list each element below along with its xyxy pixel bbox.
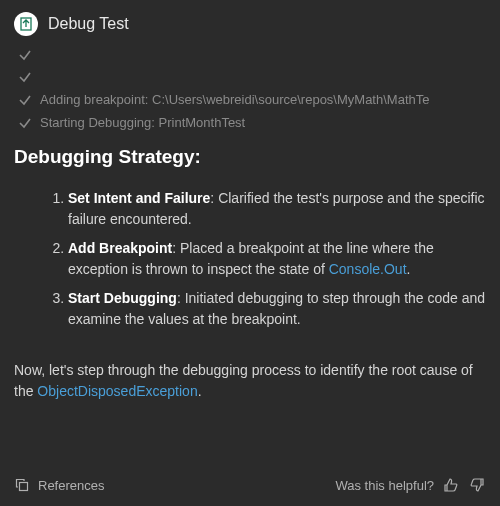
list-item: Start Debugging: Initiated debugging to … bbox=[68, 288, 486, 330]
copy-icon bbox=[14, 477, 30, 493]
check-icon bbox=[18, 93, 32, 107]
progress-item bbox=[18, 48, 486, 62]
check-icon bbox=[18, 70, 32, 84]
debug-test-icon bbox=[14, 12, 38, 36]
step-title: Set Intent and Failure bbox=[68, 190, 210, 206]
progress-list: Adding breakpoint: C:\Users\webreidi\sou… bbox=[18, 48, 486, 130]
list-item: Add Breakpoint: Placed a breakpoint at t… bbox=[68, 238, 486, 280]
helpful-prompt: Was this helpful? bbox=[335, 478, 434, 493]
thumbs-down-button[interactable] bbox=[468, 476, 486, 494]
progress-label: Adding breakpoint: C:\Users\webreidi\sou… bbox=[40, 92, 429, 107]
followup-text: Now, let's step through the debugging pr… bbox=[14, 360, 486, 402]
code-link[interactable]: ObjectDisposedException bbox=[37, 383, 197, 399]
step-desc-after: . bbox=[407, 261, 411, 277]
check-icon bbox=[18, 48, 32, 62]
thumbs-up-button[interactable] bbox=[442, 476, 460, 494]
svg-rect-1 bbox=[20, 483, 28, 491]
check-icon bbox=[18, 116, 32, 130]
strategy-list: Set Intent and Failure: Clarified the te… bbox=[14, 188, 486, 338]
followup-after: . bbox=[198, 383, 202, 399]
references-label: References bbox=[38, 478, 104, 493]
panel-header: Debug Test bbox=[14, 12, 486, 36]
code-link[interactable]: Console.Out bbox=[329, 261, 407, 277]
list-item: Set Intent and Failure: Clarified the te… bbox=[68, 188, 486, 230]
progress-label: Starting Debugging: PrintMonthTest bbox=[40, 115, 245, 130]
step-title: Start Debugging bbox=[68, 290, 177, 306]
step-title: Add Breakpoint bbox=[68, 240, 172, 256]
progress-item: Adding breakpoint: C:\Users\webreidi\sou… bbox=[18, 92, 486, 107]
progress-item bbox=[18, 70, 486, 84]
progress-item: Starting Debugging: PrintMonthTest bbox=[18, 115, 486, 130]
references-button[interactable]: References bbox=[14, 477, 104, 493]
panel-title: Debug Test bbox=[48, 15, 129, 33]
strategy-heading: Debugging Strategy: bbox=[14, 146, 486, 168]
panel-footer: References Was this helpful? bbox=[14, 468, 486, 494]
